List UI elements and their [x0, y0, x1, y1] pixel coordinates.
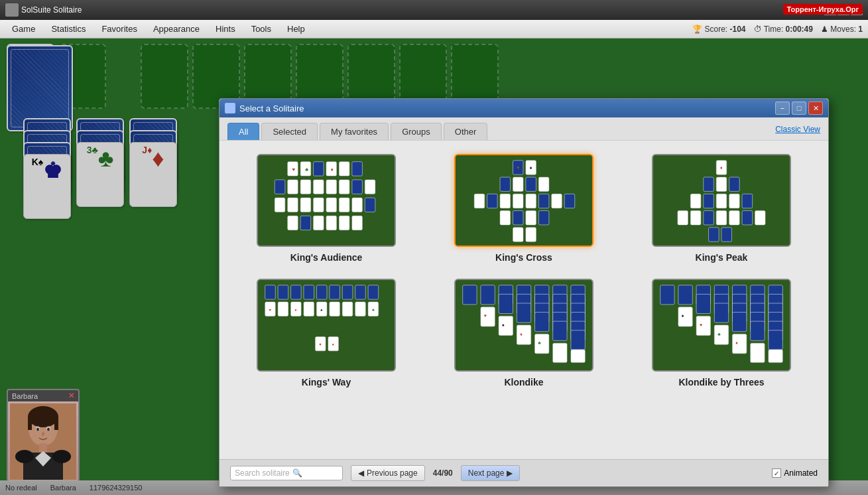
svg-rect-123 — [499, 316, 513, 335]
svg-rect-23 — [288, 180, 298, 194]
game-thumb-kings-way[interactable]: ♥ ♦ ♠ ♣ ♥ ♦ — [257, 279, 396, 372]
svg-rect-120 — [481, 307, 495, 326]
dialog-maximize[interactable]: □ — [792, 102, 806, 115]
menu-tools[interactable]: Tools — [245, 21, 278, 36]
svg-text:♣: ♣ — [538, 340, 541, 345]
svg-rect-131 — [535, 313, 549, 332]
svg-rect-178 — [769, 350, 782, 362]
menu-help[interactable]: Help — [280, 21, 312, 36]
svg-rect-79 — [742, 194, 753, 208]
svg-rect-165 — [733, 334, 747, 354]
tab-selected[interactable]: Selected — [261, 123, 318, 140]
classic-view-link[interactable]: Classic View — [775, 125, 820, 138]
game-card-klondike[interactable]: ♥ ♠ ♦ ♣ Klondike — [433, 279, 615, 388]
menu-statistics[interactable]: Statistics — [44, 21, 92, 36]
svg-rect-91 — [265, 285, 276, 299]
svg-text:♦: ♦ — [520, 332, 523, 336]
game-thumb-klondike-threes[interactable]: ♠ ♥ ♣ ♦ — [652, 279, 791, 372]
tab-groups[interactable]: Groups — [391, 123, 442, 140]
svg-rect-67 — [526, 228, 536, 242]
svg-rect-85 — [742, 211, 753, 225]
animated-label: Animated — [784, 468, 818, 478]
dialog-close[interactable]: ✕ — [808, 102, 823, 115]
dialog-icon — [225, 103, 235, 113]
svg-rect-42 — [339, 216, 349, 230]
svg-rect-151 — [660, 285, 674, 305]
svg-text:♥: ♥ — [700, 322, 702, 327]
svg-rect-43 — [352, 216, 363, 230]
svg-rect-54 — [474, 194, 485, 208]
svg-rect-77 — [716, 194, 727, 208]
svg-rect-41 — [326, 216, 337, 230]
watermark-badge: Торрент-Игруха.Орг — [783, 4, 863, 15]
svg-rect-29 — [365, 180, 375, 194]
svg-rect-126 — [517, 303, 530, 322]
svg-text:♠: ♠ — [320, 308, 322, 312]
menu-appearance[interactable]: Appearance — [147, 21, 206, 36]
menu-hints[interactable]: Hints — [209, 21, 242, 36]
svg-rect-80 — [678, 211, 688, 225]
next-page-button[interactable]: Next page ▶ — [461, 465, 521, 481]
game-thumb-kings-cross[interactable]: ♥ ♠ — [454, 154, 593, 247]
game-thumb-kings-audience[interactable]: ♥ ♣ ♦ — [257, 154, 396, 247]
svg-rect-82 — [704, 211, 714, 225]
svg-text:♠: ♠ — [502, 322, 505, 327]
game-card-kings-way[interactable]: ♥ ♦ ♠ ♣ ♥ ♦ Kings' Way — [235, 279, 417, 388]
animated-checkbox[interactable]: ✓ — [772, 468, 781, 478]
svg-rect-32 — [300, 198, 311, 212]
svg-rect-83 — [716, 211, 727, 225]
tab-favorites[interactable]: My favorites — [320, 123, 389, 140]
svg-rect-73 — [716, 177, 727, 191]
menu-bar: Game Statistics Favorites Appearance Hin… — [0, 20, 868, 38]
svg-rect-74 — [729, 177, 740, 191]
svg-rect-28 — [352, 180, 363, 194]
svg-text:♦: ♦ — [331, 167, 334, 173]
svg-rect-76 — [704, 194, 714, 208]
tab-other[interactable]: Other — [444, 123, 488, 140]
svg-rect-56 — [500, 194, 511, 208]
game-thumb-kings-peak[interactable]: ♦ — [652, 154, 791, 247]
search-placeholder: Search solitaire — [235, 468, 290, 478]
game-thumb-klondike[interactable]: ♥ ♠ ♦ ♣ — [454, 279, 593, 372]
game-card-kings-peak[interactable]: ♦ King's Peak — [631, 154, 812, 263]
svg-rect-60 — [552, 194, 562, 208]
svg-text:♦: ♦ — [735, 340, 738, 345]
svg-rect-94 — [304, 285, 314, 299]
svg-rect-81 — [690, 211, 701, 225]
svg-rect-75 — [690, 194, 701, 208]
game-card-kings-audience[interactable]: ♥ ♣ ♦ King's Audience — [235, 154, 417, 263]
games-grid: ♥ ♣ ♦ King's Audience — [235, 154, 812, 388]
svg-rect-21 — [352, 162, 363, 176]
svg-rect-51 — [513, 177, 523, 191]
svg-rect-61 — [564, 194, 575, 208]
previous-page-button[interactable]: ◀ Previous page — [351, 465, 425, 481]
svg-text:♥: ♥ — [319, 342, 322, 346]
dialog-minimize[interactable]: − — [775, 102, 790, 115]
tab-all[interactable]: All — [227, 123, 259, 140]
game-card-klondike-threes[interactable]: ♠ ♥ ♣ ♦ Klondike by Threes — [631, 279, 812, 388]
search-box[interactable]: Search solitaire 🔍 — [230, 466, 343, 480]
menu-favorites[interactable]: Favorites — [95, 21, 143, 36]
svg-rect-138 — [553, 343, 567, 362]
svg-rect-98 — [355, 285, 366, 299]
svg-rect-26 — [326, 180, 337, 194]
prev-arrow-icon: ◀ — [358, 468, 364, 478]
menu-game[interactable]: Game — [5, 21, 42, 36]
svg-rect-84 — [729, 211, 740, 225]
svg-rect-145 — [571, 350, 585, 362]
svg-text:♥: ♥ — [292, 167, 296, 173]
svg-rect-171 — [751, 343, 765, 362]
app-titlebar: SolSuite Solitaire − □ ✕ — [0, 0, 868, 20]
svg-rect-93 — [291, 285, 302, 299]
svg-text:♥: ♥ — [517, 165, 519, 170]
svg-rect-72 — [704, 177, 714, 191]
svg-rect-27 — [339, 180, 349, 194]
svg-text:♣: ♣ — [372, 308, 375, 312]
svg-rect-127 — [517, 325, 530, 344]
next-arrow-icon: ▶ — [507, 468, 513, 478]
svg-rect-50 — [500, 177, 511, 191]
svg-rect-106 — [342, 302, 353, 316]
game-card-kings-cross[interactable]: ♥ ♠ King's Cross — [433, 154, 615, 263]
dialog-title: Select a Solitaire — [239, 104, 304, 113]
game-name-kings-audience: King's Audience — [290, 252, 363, 263]
